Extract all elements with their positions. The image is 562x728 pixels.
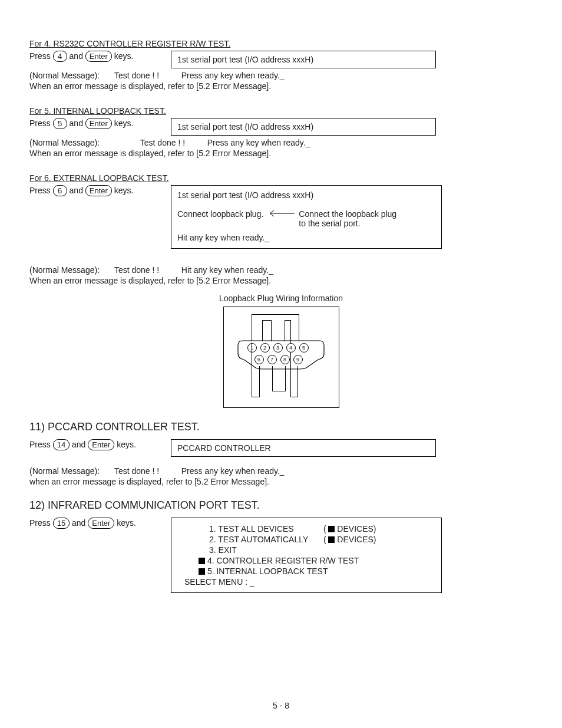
pin-8: 8 <box>280 355 290 364</box>
sec5-display-box: 1st serial port test (I/O address xxxH) <box>171 118 436 136</box>
select-menu-prompt: SELECT MENU : _ <box>180 577 433 587</box>
sec6-error-note: When an error message is displayed, refe… <box>29 276 533 285</box>
sec11-press: Press 14 and Enter keys. <box>29 439 171 450</box>
key-15: 15 <box>53 518 70 529</box>
loopback-diagram: 1 2 3 4 5 6 7 8 9 <box>223 307 339 408</box>
key-enter: Enter <box>85 51 112 62</box>
key-5: 5 <box>53 118 67 129</box>
connect-note-1: Connect the loopback plug <box>299 209 396 219</box>
normal-label: (Normal Message): <box>29 71 112 80</box>
block-icon <box>199 568 205 575</box>
menu-item-2: 2. TEST AUTOMATICALLY <box>209 535 321 544</box>
normal-prompt: Press any key when ready._ <box>181 71 285 80</box>
devices-text: DEVICES) <box>337 535 376 544</box>
block-icon <box>328 526 335 532</box>
pin-4: 4 <box>286 343 296 353</box>
press-mid: and <box>72 518 85 528</box>
menu-item-5: 5. INTERNAL LOOPBACK TEST <box>207 566 328 576</box>
sec12-menu-box: 1. TEST ALL DEVICES ( DEVICES) 2. TEST A… <box>171 518 442 593</box>
pin-1: 1 <box>247 343 257 353</box>
press-suffix: keys. <box>117 440 136 449</box>
connect-note-2: to the serial port. <box>299 219 396 228</box>
sec11-error-note: when an error message is displayed, refe… <box>29 477 533 486</box>
press-prefix: Press <box>29 118 51 128</box>
sec12-heading: 12) INFRARED COMMUNICATION PORT TEST. <box>29 499 533 512</box>
box-line: PCCARD CONTROLLER <box>177 443 429 453</box>
pin-9: 9 <box>293 355 303 364</box>
menu-item-1: 1. TEST ALL DEVICES <box>209 524 321 533</box>
normal-done: Test done ! ! <box>114 466 179 476</box>
sec11-heading: 11) PCCARD CONTROLLER TEST. <box>29 421 533 433</box>
sec4-press: Press 4 and Enter keys. <box>29 51 171 62</box>
normal-label: (Normal Message): <box>29 265 112 275</box>
press-suffix: keys. <box>114 51 134 61</box>
sec12-press: Press 15 and Enter keys. <box>29 518 171 529</box>
page-number: 5 - 8 <box>0 701 562 710</box>
menu-item-3: 3. EXIT <box>180 545 433 555</box>
press-mid: and <box>70 186 83 195</box>
paren-open: ( <box>323 524 326 533</box>
press-mid: and <box>72 440 85 449</box>
block-icon <box>328 536 335 543</box>
normal-prompt: Press any key when ready._ <box>207 138 310 147</box>
normal-prompt: Hit any key when ready._ <box>181 265 273 275</box>
devices-text: DEVICES) <box>337 524 376 533</box>
paren-open: ( <box>323 535 326 544</box>
key-enter: Enter <box>88 518 114 529</box>
sec11-display-box: PCCARD CONTROLLER <box>171 439 436 457</box>
press-prefix: Press <box>29 51 51 61</box>
normal-prompt: Press any key when ready._ <box>181 466 285 476</box>
press-prefix: Press <box>29 440 51 449</box>
key-enter: Enter <box>85 185 112 196</box>
box-line: 1st serial port test (I/O address xxxH) <box>177 190 435 200</box>
box-line: 1st serial port test (I/O address xxxH) <box>177 122 429 131</box>
normal-done: Test done ! ! <box>114 265 179 275</box>
sec6-display-box: 1st serial port test (I/O address xxxH) … <box>171 185 442 249</box>
arrow-left-icon <box>267 209 295 219</box>
press-mid: and <box>70 118 83 128</box>
press-suffix: keys. <box>114 186 134 195</box>
key-14: 14 <box>53 439 70 450</box>
sec5-normal-msg: (Normal Message): Test done ! ! Press an… <box>29 138 533 147</box>
press-suffix: keys. <box>117 518 136 528</box>
key-4: 4 <box>53 51 67 62</box>
pin-7: 7 <box>267 355 277 364</box>
press-suffix: keys. <box>114 118 134 128</box>
normal-done: Test done ! ! <box>140 138 205 147</box>
block-icon <box>199 558 205 564</box>
sec6-normal-msg: (Normal Message): Test done ! ! Hit any … <box>29 265 533 275</box>
sec5-error-note: When an error message is displayed, refe… <box>29 149 533 158</box>
loopback-diagram-title: Loopback Plug Wiring Information <box>29 294 533 303</box>
sec5-title: For 5. INTERNAL LOOPBACK TEST. <box>29 106 533 116</box>
sec11-normal-msg: (Normal Message): Test done ! ! Press an… <box>29 466 533 476</box>
box-line: 1st serial port test (I/O address xxxH) <box>177 55 429 64</box>
box-line: Hit any key when ready._ <box>177 233 435 242</box>
sec6-title: For 6. EXTERNAL LOOPBACK TEST. <box>29 173 533 183</box>
normal-label: (Normal Message): <box>29 466 112 476</box>
pin-6: 6 <box>254 355 264 364</box>
key-enter: Enter <box>88 439 114 450</box>
sec4-normal-msg: (Normal Message): Test done ! ! Press an… <box>29 71 533 80</box>
sec4-error-note: When an error message is displayed, refe… <box>29 81 533 91</box>
press-prefix: Press <box>29 518 51 528</box>
pin-5: 5 <box>299 343 309 353</box>
sec4-title: For 4. RS232C CONTROLLER REGISTER R/W TE… <box>29 39 533 48</box>
key-enter: Enter <box>85 118 112 129</box>
menu-item-4: 4. CONTROLLER REGISTER R/W TEST <box>207 556 359 565</box>
press-mid: and <box>70 51 83 61</box>
sec5-press: Press 5 and Enter keys. <box>29 118 171 129</box>
pin-2: 2 <box>260 343 270 353</box>
key-6: 6 <box>53 185 67 196</box>
connect-loopback-text: Connect loopback plug. <box>177 209 263 219</box>
normal-done: Test done ! ! <box>114 71 179 80</box>
sec6-press: Press 6 and Enter keys. <box>29 185 171 196</box>
pin-3: 3 <box>273 343 283 353</box>
sec4-display-box: 1st serial port test (I/O address xxxH) <box>171 51 436 68</box>
normal-label: (Normal Message): <box>29 138 112 147</box>
press-prefix: Press <box>29 186 51 195</box>
